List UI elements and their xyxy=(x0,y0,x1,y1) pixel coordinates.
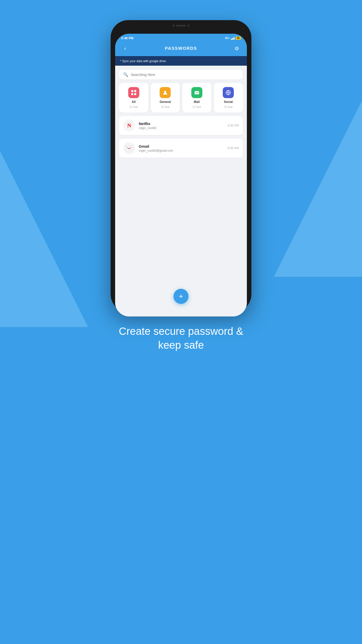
app-header: ‹ PASSWORDS ⚙ xyxy=(115,42,247,56)
category-icon-general xyxy=(160,87,171,98)
signal-bar-4 xyxy=(234,37,235,40)
category-all[interactable]: All 15 Task xyxy=(119,83,148,112)
network-type: 4G+ xyxy=(225,37,230,39)
gmail-name: Gmail xyxy=(139,144,224,148)
category-general[interactable]: General 15 Task xyxy=(151,83,180,112)
category-name-general: General xyxy=(160,100,171,104)
search-bar[interactable]: 🔍 xyxy=(119,70,243,79)
category-mail[interactable]: Mail 15 Task xyxy=(182,83,211,112)
signal-bar-1 xyxy=(231,39,232,40)
netflix-user: roger_cool83 xyxy=(139,126,224,130)
tagline-line2: keep safe xyxy=(158,339,204,351)
add-password-button[interactable]: + xyxy=(173,289,189,304)
category-count-general: 15 Task xyxy=(161,106,169,108)
category-count-social: 15 Task xyxy=(224,106,233,108)
sync-text: * Sync your data with google drive. xyxy=(120,59,167,63)
netflix-name: Netflix xyxy=(139,122,224,126)
phone-frame: 2:46 PM 4G+ 55 ‹ PASSWORDS ⚙ xyxy=(111,20,251,312)
category-social[interactable]: Social 15 Task xyxy=(214,83,243,112)
signal-bar-2 xyxy=(232,38,233,40)
svg-rect-2 xyxy=(131,93,133,95)
sync-banner[interactable]: * Sync your data with google drive. xyxy=(115,56,247,66)
gmail-info: Gmail roger_cool83@gmail.com xyxy=(139,144,224,152)
category-name-all: All xyxy=(132,100,135,104)
camera-dot xyxy=(172,25,174,27)
camera-dot-2 xyxy=(188,25,190,27)
signal-bars xyxy=(231,37,235,40)
phone-mockup: 2:46 PM 4G+ 55 ‹ PASSWORDS ⚙ xyxy=(111,20,251,312)
settings-button[interactable]: ⚙ xyxy=(233,45,241,53)
app-title: PASSWORDS xyxy=(165,46,197,51)
password-item-gmail[interactable]: Gmail roger_cool83@gmail.com 9:30 PM xyxy=(119,139,243,158)
phone-notch xyxy=(115,25,247,34)
netflix-info: Netflix roger_cool83 xyxy=(139,122,224,130)
svg-point-4 xyxy=(164,91,166,93)
status-bar: 2:46 PM 4G+ 55 xyxy=(115,34,247,42)
phone-screen: 2:46 PM 4G+ 55 ‹ PASSWORDS ⚙ xyxy=(115,34,247,316)
battery-indicator: 55 xyxy=(236,36,241,40)
signal-bar-3 xyxy=(233,38,234,40)
netflix-logo: N xyxy=(123,119,135,132)
category-grid: All 15 Task General 15 Task xyxy=(119,83,243,112)
gmail-user: roger_cool83@gmail.com xyxy=(139,149,224,152)
category-count-all: 15 Task xyxy=(129,106,138,108)
category-name-social: Social xyxy=(224,100,233,104)
tagline-line1: Create secure password & xyxy=(119,325,243,337)
category-icon-all xyxy=(128,87,139,98)
svg-rect-3 xyxy=(134,93,136,95)
content-area: 🔍 All xyxy=(115,66,247,316)
category-icon-social xyxy=(223,87,234,98)
fab-area: + xyxy=(173,289,189,304)
category-name-mail: Mail xyxy=(194,100,200,104)
phone-camera xyxy=(172,25,190,27)
speaker-dot xyxy=(176,25,186,26)
category-icon-mail xyxy=(191,87,202,98)
status-icons: 4G+ 55 xyxy=(225,36,241,40)
gmail-time: 9:30 PM xyxy=(228,146,239,150)
netflix-time: 9:30 PM xyxy=(228,124,239,127)
search-input[interactable] xyxy=(131,73,239,77)
gmail-logo xyxy=(123,142,135,154)
svg-rect-5 xyxy=(195,91,199,94)
svg-rect-0 xyxy=(131,90,133,92)
password-item-netflix[interactable]: N Netflix roger_cool83 9:30 PM xyxy=(119,116,243,135)
category-count-mail: 15 Task xyxy=(193,106,201,108)
svg-rect-1 xyxy=(134,90,136,92)
search-icon: 🔍 xyxy=(123,72,128,77)
tagline: Create secure password & keep safe xyxy=(89,325,274,352)
status-time: 2:46 PM xyxy=(121,36,133,40)
back-button[interactable]: ‹ xyxy=(121,45,129,53)
